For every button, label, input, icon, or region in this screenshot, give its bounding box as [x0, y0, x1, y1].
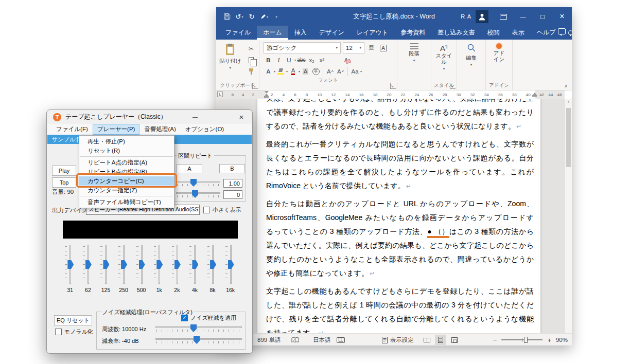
- maximize-button[interactable]: [533, 7, 552, 26]
- menubar-item[interactable]: オプション(O): [181, 124, 229, 135]
- menubar-item[interactable]: ファイル(F): [51, 124, 93, 135]
- eq-slider[interactable]: [100, 245, 111, 284]
- circled-character-icon[interactable]: 字: [311, 66, 321, 76]
- checkbox-checked-icon[interactable]: [181, 315, 188, 321]
- eq-slider[interactable]: [153, 245, 165, 284]
- eq-slider-thumb[interactable]: [85, 260, 92, 269]
- strikethrough-icon[interactable]: abc: [296, 55, 306, 65]
- word-count[interactable]: 899 単語: [257, 334, 281, 345]
- ribbon-tab[interactable]: ホーム: [257, 26, 288, 40]
- collapse-ribbon-icon[interactable]: [564, 83, 568, 88]
- character-shading-icon[interactable]: A: [301, 66, 310, 76]
- touch-mode-icon[interactable]: ▾: [258, 10, 270, 23]
- font-color-icon[interactable]: A: [288, 66, 298, 76]
- horizontal-ruler[interactable]: 642 246810121416182022242628303234363840…: [216, 90, 565, 99]
- underline-icon[interactable]: U: [284, 55, 294, 65]
- zoom-out-icon[interactable]: −: [493, 336, 497, 344]
- eq-slider-thumb[interactable]: [210, 260, 216, 269]
- tab-selector[interactable]: [217, 92, 223, 97]
- eq-slider[interactable]: [189, 245, 200, 284]
- subscript-icon[interactable]: x₂: [307, 55, 317, 65]
- minimize-button[interactable]: [513, 7, 533, 26]
- format-painter-icon[interactable]: [247, 66, 256, 76]
- menu-item[interactable]: リピートA点の指定(A): [79, 158, 174, 167]
- play-button[interactable]: Play: [52, 166, 76, 176]
- menu-item[interactable]: カウンターコピー(C): [79, 176, 174, 186]
- dialog-launcher-icon[interactable]: [390, 83, 396, 89]
- pitch-value[interactable]: 0: [223, 190, 242, 199]
- font-size-combobox[interactable]: 12▾: [343, 42, 364, 53]
- player-minimize-button[interactable]: [186, 110, 204, 124]
- eq-reset-button[interactable]: EQ リセット: [54, 315, 92, 325]
- save-icon[interactable]: [221, 10, 233, 23]
- dialog-launcher-icon[interactable]: [252, 83, 258, 89]
- scrollbar-thumb[interactable]: [566, 108, 571, 167]
- copy-icon[interactable]: [247, 55, 256, 65]
- ribbon-tab[interactable]: デザイン: [313, 26, 351, 40]
- ribbon-tab[interactable]: 参考資料: [394, 26, 431, 40]
- font-name-combobox[interactable]: 游ゴシック▾: [264, 42, 341, 53]
- addins-button[interactable]: アドイン: [489, 40, 510, 63]
- frequency-slider[interactable]: [155, 324, 242, 333]
- repeat-a-button[interactable]: A: [177, 164, 202, 173]
- ribbon-tab[interactable]: 差し込み文書: [431, 26, 481, 40]
- menu-item[interactable]: [79, 195, 174, 197]
- superscript-icon[interactable]: x²: [317, 55, 327, 65]
- menu-item[interactable]: [79, 155, 174, 158]
- top-button[interactable]: Top: [52, 177, 76, 188]
- qat-customize-icon[interactable]: ▾: [271, 10, 282, 23]
- undo-icon[interactable]: ↺▾: [234, 10, 245, 23]
- eq-slider-thumb[interactable]: [67, 260, 74, 269]
- menu-item[interactable]: リセット(R): [79, 146, 174, 155]
- eq-slider[interactable]: [225, 245, 236, 284]
- mono-checkbox[interactable]: モノラル化: [55, 328, 93, 336]
- menu-item[interactable]: 再生・停止(P): [79, 137, 174, 146]
- eq-slider-thumb[interactable]: [174, 260, 181, 269]
- ribbon-tab[interactable]: ファイル: [219, 26, 257, 40]
- checkbox-icon[interactable]: [55, 329, 62, 335]
- attenuation-slider[interactable]: [155, 336, 242, 344]
- vertical-scrollbar[interactable]: [565, 99, 572, 333]
- ribbon-tab[interactable]: 表示: [506, 26, 531, 40]
- eq-slider-thumb[interactable]: [103, 260, 109, 269]
- feedback-icon[interactable]: [558, 28, 566, 34]
- document-page[interactable]: 実際、文字起こしというものは、話者が分かれないので、実際に話者を分けた上 で議事…: [257, 99, 540, 333]
- styles-button[interactable]: A スタイル ▾: [431, 40, 457, 73]
- checkbox-icon[interactable]: [203, 207, 210, 213]
- eq-slider-thumb[interactable]: [156, 260, 163, 269]
- close-button[interactable]: [552, 7, 572, 26]
- grow-font-icon[interactable]: A: [325, 66, 335, 76]
- text-effects-icon[interactable]: A: [264, 66, 273, 76]
- display-settings[interactable]: 表示設定: [382, 334, 414, 345]
- scroll-up-icon[interactable]: [565, 99, 572, 106]
- repeat-b-button[interactable]: B: [219, 164, 245, 173]
- eq-slider[interactable]: [207, 245, 218, 284]
- redo-icon[interactable]: ↻: [246, 10, 257, 23]
- paste-button[interactable]: 貼り付け ▾: [216, 40, 244, 72]
- menu-item[interactable]: リピートB点の指定(B): [79, 167, 174, 176]
- language-status[interactable]: 日本語: [313, 334, 331, 345]
- eq-slider[interactable]: [118, 245, 129, 284]
- ribbon-tab[interactable]: ヘルプ: [531, 26, 562, 40]
- proofing-icon[interactable]: [291, 334, 299, 345]
- pitch-slider[interactable]: [176, 190, 220, 198]
- right-indent-marker[interactable]: [532, 93, 537, 97]
- player-close-button[interactable]: [233, 110, 250, 124]
- eq-slider-thumb[interactable]: [228, 260, 234, 269]
- user-initials[interactable]: R A: [461, 13, 471, 20]
- zoom-slider[interactable]: [501, 339, 542, 340]
- print-layout-icon[interactable]: [435, 335, 446, 345]
- ime-keyboard-icon[interactable]: [337, 334, 345, 345]
- eq-slider-thumb[interactable]: [121, 260, 127, 269]
- menubar-item[interactable]: プレーヤー(P): [93, 124, 140, 135]
- menubar-item[interactable]: 音響処理(A): [139, 124, 180, 135]
- noise-apply-checkbox[interactable]: ノイズ軽減を適用: [181, 314, 236, 322]
- highlight-color-icon[interactable]: [276, 66, 286, 76]
- italic-icon[interactable]: I: [274, 55, 284, 65]
- small-view-checkbox[interactable]: 小さく表示: [203, 206, 241, 214]
- eq-slider[interactable]: [171, 245, 183, 284]
- eq-slider[interactable]: [82, 245, 94, 284]
- eq-slider-thumb[interactable]: [139, 260, 145, 269]
- web-layout-icon[interactable]: [449, 335, 460, 345]
- clear-formatting-icon[interactable]: A: [341, 55, 351, 65]
